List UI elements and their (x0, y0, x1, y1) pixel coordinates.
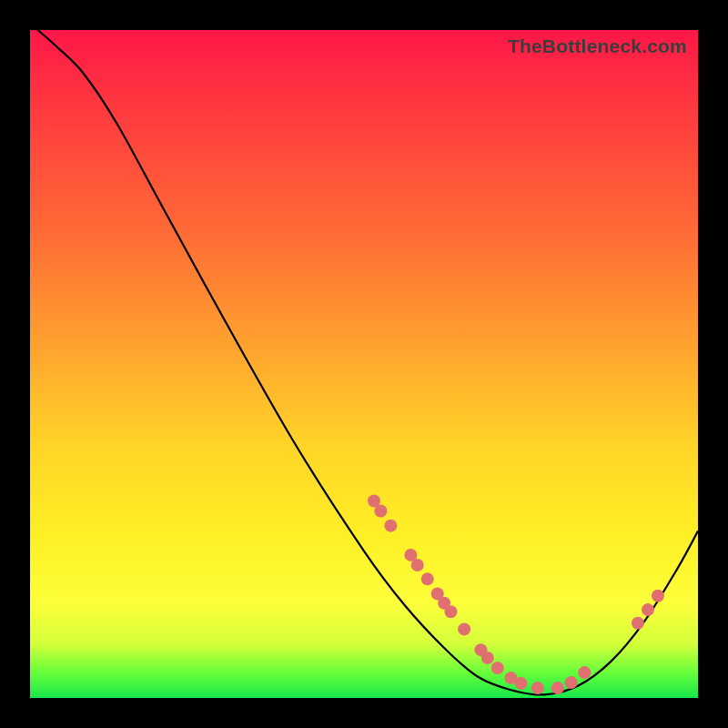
data-marker (411, 559, 424, 571)
chart-svg (30, 30, 698, 698)
data-marker (514, 677, 527, 690)
data-marker (491, 662, 504, 674)
data-marker (421, 572, 434, 585)
curve-line (30, 24, 698, 695)
marker-layer (368, 494, 664, 694)
data-marker (578, 666, 591, 679)
data-marker (458, 622, 470, 635)
chart-container: TheBottleneck.com (0, 0, 728, 728)
data-marker (444, 605, 457, 618)
data-marker (632, 617, 644, 630)
data-marker (384, 520, 397, 532)
data-marker (551, 682, 564, 694)
data-marker (565, 676, 578, 689)
data-marker (652, 590, 664, 602)
data-marker (481, 652, 494, 664)
plot-area: TheBottleneck.com (30, 30, 698, 698)
data-marker (374, 504, 387, 517)
data-marker (531, 682, 544, 694)
data-marker (642, 603, 654, 616)
